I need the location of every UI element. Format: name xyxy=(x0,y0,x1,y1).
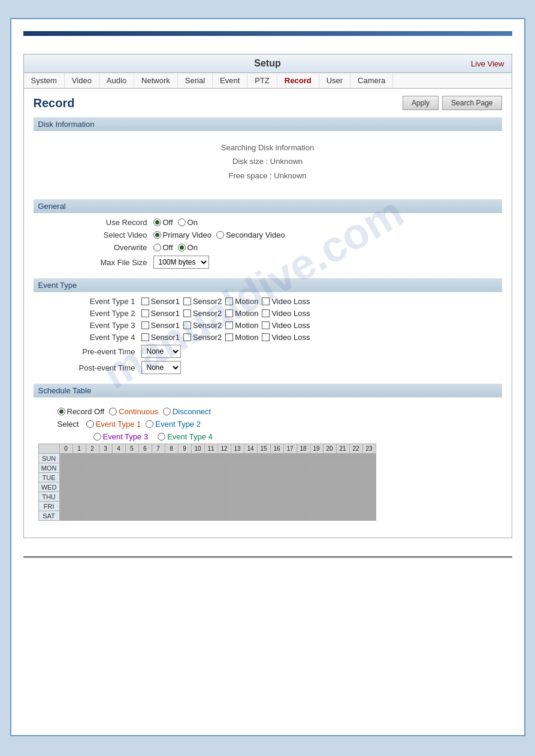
schedule-cell[interactable] xyxy=(204,511,217,521)
search-page-button[interactable]: Search Page xyxy=(442,96,501,110)
schedule-cell[interactable] xyxy=(310,454,323,463)
checkbox[interactable] xyxy=(225,297,233,305)
schedule-cell[interactable] xyxy=(323,482,336,492)
schedule-cell[interactable] xyxy=(362,463,376,473)
checkbox[interactable] xyxy=(183,297,191,305)
checkbox[interactable] xyxy=(262,321,270,329)
schedule-cell[interactable] xyxy=(125,473,138,482)
use-record-off[interactable]: Off xyxy=(153,218,173,227)
schedule-cell[interactable] xyxy=(59,454,72,463)
schedule-cell[interactable] xyxy=(125,502,138,511)
schedule-cell[interactable] xyxy=(336,454,349,463)
schedule-cell[interactable] xyxy=(165,454,178,463)
schedule-cell[interactable] xyxy=(112,473,125,482)
schedule-cell[interactable] xyxy=(86,454,99,463)
schedule-cell[interactable] xyxy=(323,463,336,473)
checkbox[interactable] xyxy=(183,309,191,317)
schedule-cell[interactable] xyxy=(217,511,231,521)
schedule-cell[interactable] xyxy=(178,492,191,502)
checkbox[interactable] xyxy=(225,333,233,341)
schedule-cell[interactable] xyxy=(231,463,244,473)
checkbox-item[interactable]: Video Loss xyxy=(262,321,310,330)
schedule-cell[interactable] xyxy=(297,463,310,473)
checkbox-item[interactable]: Sensor2 xyxy=(183,297,222,306)
disconnect-radio[interactable]: Disconnect xyxy=(163,407,211,416)
overwrite-on[interactable]: On xyxy=(178,243,198,252)
overwrite-off[interactable]: Off xyxy=(153,243,173,252)
schedule-cell[interactable] xyxy=(231,511,244,521)
schedule-cell[interactable] xyxy=(270,454,283,463)
schedule-cell[interactable] xyxy=(191,511,204,521)
schedule-cell[interactable] xyxy=(59,482,72,492)
schedule-cell[interactable] xyxy=(323,454,336,463)
schedule-cell[interactable] xyxy=(349,463,362,473)
schedule-cell[interactable] xyxy=(362,482,376,492)
schedule-cell[interactable] xyxy=(165,492,178,502)
checkbox-item[interactable]: Sensor2 xyxy=(183,309,222,318)
schedule-cell[interactable] xyxy=(217,454,231,463)
nav-item-camera[interactable]: Camera xyxy=(350,73,393,88)
schedule-cell[interactable] xyxy=(283,454,297,463)
schedule-cell[interactable] xyxy=(59,492,72,502)
schedule-cell[interactable] xyxy=(336,482,349,492)
schedule-cell[interactable] xyxy=(112,454,125,463)
schedule-cell[interactable] xyxy=(152,454,165,463)
checkbox[interactable] xyxy=(141,309,149,317)
schedule-cell[interactable] xyxy=(204,473,217,482)
schedule-cell[interactable] xyxy=(310,492,323,502)
schedule-cell[interactable] xyxy=(297,473,310,482)
checkbox-item[interactable]: Motion xyxy=(225,309,258,318)
schedule-cell[interactable] xyxy=(138,454,152,463)
event-type-4-radio[interactable]: Event Type 4 xyxy=(158,432,213,441)
schedule-cell[interactable] xyxy=(86,482,99,492)
schedule-cell[interactable] xyxy=(191,492,204,502)
schedule-cell[interactable] xyxy=(125,482,138,492)
schedule-cell[interactable] xyxy=(257,473,270,482)
checkbox[interactable] xyxy=(262,309,270,317)
schedule-cell[interactable] xyxy=(112,463,125,473)
post-event-select[interactable]: None1 sec5 sec10 sec30 sec xyxy=(141,361,181,374)
schedule-cell[interactable] xyxy=(178,482,191,492)
schedule-cell[interactable] xyxy=(270,492,283,502)
schedule-cell[interactable] xyxy=(178,473,191,482)
schedule-cell[interactable] xyxy=(283,473,297,482)
schedule-cell[interactable] xyxy=(138,473,152,482)
schedule-cell[interactable] xyxy=(72,454,86,463)
schedule-cell[interactable] xyxy=(125,454,138,463)
continuous-radio[interactable]: Continuous xyxy=(109,407,158,416)
schedule-cell[interactable] xyxy=(231,502,244,511)
schedule-cell[interactable] xyxy=(99,511,112,521)
checkbox-item[interactable]: Sensor2 xyxy=(183,333,222,342)
schedule-cell[interactable] xyxy=(86,492,99,502)
primary-video-radio[interactable] xyxy=(153,231,161,239)
schedule-cell[interactable] xyxy=(72,473,86,482)
schedule-cell[interactable] xyxy=(204,492,217,502)
schedule-cell[interactable] xyxy=(270,511,283,521)
schedule-cell[interactable] xyxy=(152,473,165,482)
schedule-cell[interactable] xyxy=(231,473,244,482)
schedule-cell[interactable] xyxy=(72,463,86,473)
schedule-cell[interactable] xyxy=(244,482,257,492)
schedule-cell[interactable] xyxy=(283,463,297,473)
schedule-cell[interactable] xyxy=(59,463,72,473)
schedule-cell[interactable] xyxy=(270,463,283,473)
checkbox[interactable] xyxy=(262,333,270,341)
schedule-cell[interactable] xyxy=(125,511,138,521)
schedule-cell[interactable] xyxy=(99,502,112,511)
schedule-cell[interactable] xyxy=(217,473,231,482)
schedule-cell[interactable] xyxy=(178,502,191,511)
schedule-cell[interactable] xyxy=(217,492,231,502)
record-off-dot[interactable] xyxy=(58,408,65,415)
schedule-cell[interactable] xyxy=(244,492,257,502)
checkbox-item[interactable]: Sensor1 xyxy=(141,321,180,330)
schedule-cell[interactable] xyxy=(152,511,165,521)
schedule-cell[interactable] xyxy=(336,473,349,482)
schedule-cell[interactable] xyxy=(165,482,178,492)
schedule-cell[interactable] xyxy=(165,473,178,482)
schedule-cell[interactable] xyxy=(231,492,244,502)
schedule-cell[interactable] xyxy=(323,502,336,511)
use-record-on-radio[interactable] xyxy=(178,218,186,226)
schedule-cell[interactable] xyxy=(244,454,257,463)
nav-item-audio[interactable]: Audio xyxy=(99,73,134,88)
schedule-cell[interactable] xyxy=(336,511,349,521)
